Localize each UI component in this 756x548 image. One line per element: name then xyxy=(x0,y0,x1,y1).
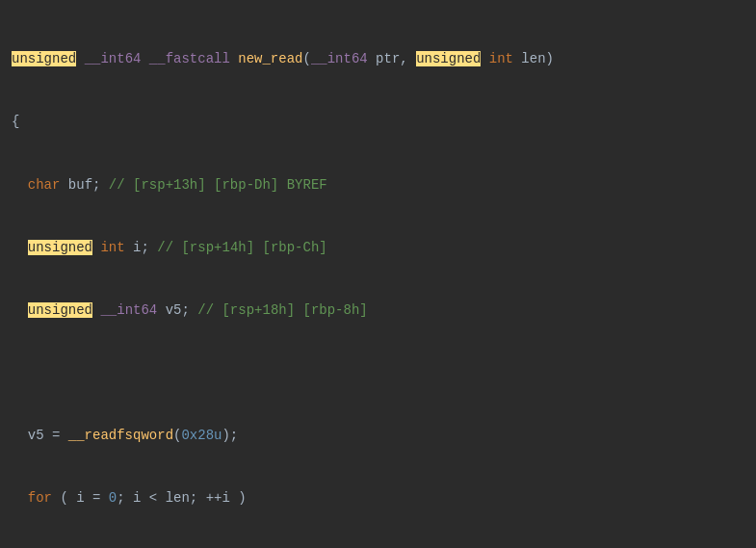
keyword-unsigned-3: unsigned xyxy=(28,240,92,255)
type-int: int xyxy=(489,51,513,66)
comment-buf: // [rsp+13h] [rbp-Dh] BYREF xyxy=(109,177,327,193)
num-0: 0 xyxy=(109,490,117,506)
keyword-unsigned-2: unsigned xyxy=(416,51,481,66)
line-7: v5 = __readfsqword(0x28u); xyxy=(12,426,744,447)
keyword-unsigned-4: unsigned xyxy=(28,302,92,318)
line-8: for ( i = 0; i < len; ++i ) xyxy=(12,488,744,509)
type-int64-2: __int64 xyxy=(100,302,157,318)
type-char: char xyxy=(28,177,61,193)
num-0x28u: 0x28u xyxy=(181,428,222,443)
keyword-unsigned-1: unsigned xyxy=(12,51,76,66)
comment-v5: // [rsp+18h] [rbp-8h] xyxy=(197,302,367,318)
type-int64: __int64 xyxy=(85,51,142,66)
type-int64-param: __int64 xyxy=(311,51,368,66)
code-editor: unsigned __int64 __fastcall new_read(__i… xyxy=(0,0,756,548)
line-4: unsigned int i; // [rsp+14h] [rbp-Ch] xyxy=(12,238,744,259)
line-3: char buf; // [rsp+13h] [rbp-Dh] BYREF xyxy=(12,175,744,196)
keyword-for: for xyxy=(28,490,52,506)
line-2: { xyxy=(12,112,744,133)
type-int-2: int xyxy=(100,240,124,255)
line-5: unsigned __int64 v5; // [rsp+18h] [rbp-8… xyxy=(12,300,744,322)
keyword-fastcall: __fastcall xyxy=(149,51,230,66)
line-1: unsigned __int64 __fastcall new_read(__i… xyxy=(12,49,744,70)
func-new-read: new_read xyxy=(238,51,302,66)
func-readfsqword-1: __readfsqword xyxy=(68,428,173,443)
comment-i: // [rsp+14h] [rbp-Ch] xyxy=(157,240,326,255)
line-6 xyxy=(12,363,744,384)
